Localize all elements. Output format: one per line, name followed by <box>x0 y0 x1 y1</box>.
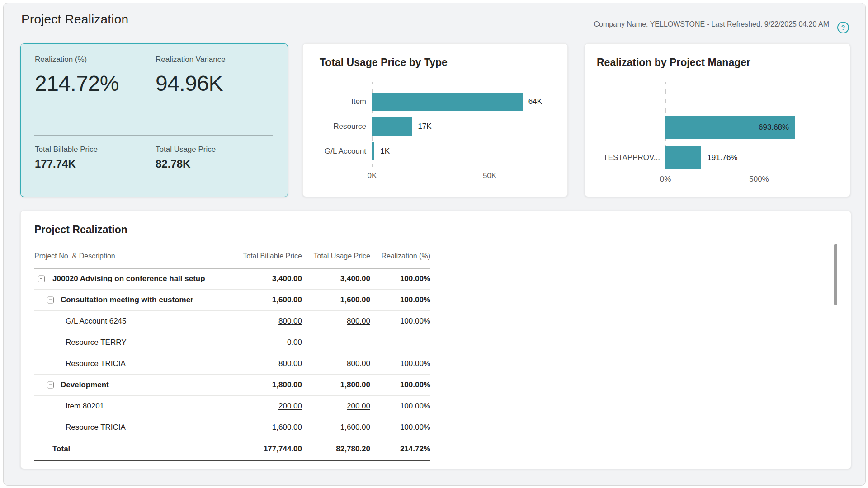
cell-description: Resource TERRY <box>34 332 235 353</box>
value-usage: 3,400.00 <box>340 274 370 283</box>
value-usage-link[interactable]: 200.00 <box>347 402 370 410</box>
value-usage: 1,800.00 <box>340 380 370 389</box>
data-label: 191.76% <box>707 153 737 162</box>
cell-description: Total <box>34 438 235 460</box>
cell-billable: 177,744.00 <box>235 445 302 454</box>
table-row[interactable]: Development1,800.001,800.00100.00% <box>34 375 430 396</box>
value-realization: 100.00% <box>400 380 430 389</box>
kpi-value-realization-variance: 94.96K <box>156 71 223 96</box>
cell-realization: 100.00% <box>370 359 430 368</box>
cell-realization: 100.00% <box>370 296 430 305</box>
value-usage-link[interactable]: 800.00 <box>347 317 370 325</box>
cell-usage[interactable]: 800.00 <box>302 359 370 368</box>
cell-billable: 3,400.00 <box>235 274 302 283</box>
plot-area: 0K50KItem64KResource17KG/L Account1K <box>303 44 567 197</box>
value-billable-link[interactable]: 200.00 <box>278 402 302 410</box>
axis-tick-label: 0% <box>645 175 686 184</box>
value-billable-link[interactable]: 1,600.00 <box>272 423 302 432</box>
cell-billable: 1,800.00 <box>235 380 302 389</box>
table-row[interactable]: Consultation meeting with customer1,600.… <box>34 290 430 311</box>
data-label: 693.68% <box>718 123 789 132</box>
kpi-label-realization-pct: Realization (%) <box>35 55 87 64</box>
value-usage: 1,600.00 <box>340 296 370 304</box>
vertical-scrollbar-thumb[interactable] <box>834 244 837 305</box>
data-bar[interactable] <box>665 146 701 169</box>
cell-usage[interactable]: 1,600.00 <box>302 423 370 432</box>
cell-realization: 100.00% <box>370 423 430 432</box>
value-usage-link[interactable]: 1,600.00 <box>340 423 370 432</box>
value-realization: 100.00% <box>400 359 430 368</box>
column-header: Total Billable Price <box>235 252 302 260</box>
table-title: Project Realization <box>34 224 127 236</box>
column-header: Total Usage Price <box>302 252 370 260</box>
row-description: Total <box>52 445 70 454</box>
cell-billable[interactable]: 0.00 <box>235 338 302 347</box>
kpi-value-realization-pct: 214.72% <box>35 71 119 96</box>
data-label: 17K <box>418 122 431 131</box>
cell-billable[interactable]: 800.00 <box>235 317 302 326</box>
category-label: TESTAPPROV... <box>570 153 660 162</box>
kpi-card-realization[interactable]: Realization (%) 214.72% Realization Vari… <box>20 43 288 197</box>
data-bar[interactable] <box>372 93 523 111</box>
table-row[interactable]: Resource TRICIA1,600.001,600.00100.00% <box>34 417 430 438</box>
data-label: 1K <box>380 147 390 156</box>
chart-card-realization-by-project-manager: Realization by Project Manager 0%500%693… <box>585 43 850 197</box>
table-row[interactable]: G/L Account 6245800.00800.00100.00% <box>34 311 430 332</box>
cell-usage: 82,780.20 <box>302 445 370 454</box>
cell-realization: 214.72% <box>370 445 430 454</box>
value-billable: 3,400.00 <box>272 274 302 283</box>
table-card-project-realization: Project Realization Project No. & Descri… <box>20 211 851 469</box>
column-header: Realization (%) <box>370 252 430 260</box>
kpi-label-total-usage-price: Total Usage Price <box>156 145 216 154</box>
cell-usage[interactable]: 800.00 <box>302 317 370 326</box>
cell-description: Resource TRICIA <box>34 353 235 374</box>
value-billable-link[interactable]: 800.00 <box>278 317 302 325</box>
table-body: J00020 Advising on conference hall setup… <box>34 268 430 461</box>
kpi-divider <box>34 135 273 136</box>
table-row[interactable]: J00020 Advising on conference hall setup… <box>34 268 430 290</box>
help-icon[interactable]: ? <box>837 22 849 33</box>
collapse-icon[interactable] <box>38 276 45 282</box>
value-billable-link[interactable]: 800.00 <box>278 359 302 368</box>
collapse-icon[interactable] <box>47 382 54 389</box>
kpi-value-total-usage-price: 82.78K <box>156 158 190 170</box>
cell-billable[interactable]: 200.00 <box>235 402 302 411</box>
cell-realization: 100.00% <box>370 402 430 411</box>
value-realization: 100.00% <box>400 274 430 283</box>
kpi-label-total-billable-price: Total Billable Price <box>35 145 98 154</box>
value-billable: 1,600.00 <box>272 296 302 304</box>
value-usage-link[interactable]: 800.00 <box>347 359 370 368</box>
value-billable-link[interactable]: 0.00 <box>287 338 302 347</box>
axis-tick-label: 50K <box>469 171 510 180</box>
cell-usage: 1,800.00 <box>302 380 370 389</box>
column-header: Project No. & Description <box>34 252 235 260</box>
cell-billable[interactable]: 1,600.00 <box>235 423 302 432</box>
page-title: Project Realization <box>21 12 128 27</box>
value-realization: 100.00% <box>400 317 430 325</box>
collapse-icon[interactable] <box>47 297 54 304</box>
value-realization: 100.00% <box>400 423 430 432</box>
category-label: G/L Account <box>276 147 366 156</box>
plot-area: 0%500%693.68%TESTAPPROV...191.76% <box>585 44 850 197</box>
cell-billable[interactable]: 800.00 <box>235 359 302 368</box>
value-realization: 100.00% <box>400 296 430 304</box>
data-label: 64K <box>528 97 542 106</box>
row-description: Resource TRICIA <box>66 359 126 368</box>
category-label: Resource <box>276 122 366 131</box>
table-row[interactable]: Item 80201200.00200.00100.00% <box>34 396 430 417</box>
table-row[interactable]: Resource TRICIA800.00800.00100.00% <box>34 353 430 375</box>
help-icon-glyph: ? <box>841 24 845 31</box>
cell-usage: 3,400.00 <box>302 274 370 283</box>
data-bar[interactable] <box>372 142 374 160</box>
cell-usage[interactable]: 200.00 <box>302 402 370 411</box>
value-billable: 1,800.00 <box>272 380 302 389</box>
cell-description: G/L Account 6245 <box>34 311 235 332</box>
cell-realization: 100.00% <box>370 274 430 283</box>
row-description: Resource TERRY <box>66 338 126 347</box>
table-row[interactable]: Resource TERRY0.00 <box>34 332 430 353</box>
axis-tick-label: 500% <box>739 175 779 184</box>
cell-realization: 100.00% <box>370 317 430 326</box>
cell-description: Item 80201 <box>34 396 235 417</box>
cell-realization: 100.00% <box>370 380 430 389</box>
data-bar[interactable] <box>372 117 412 136</box>
